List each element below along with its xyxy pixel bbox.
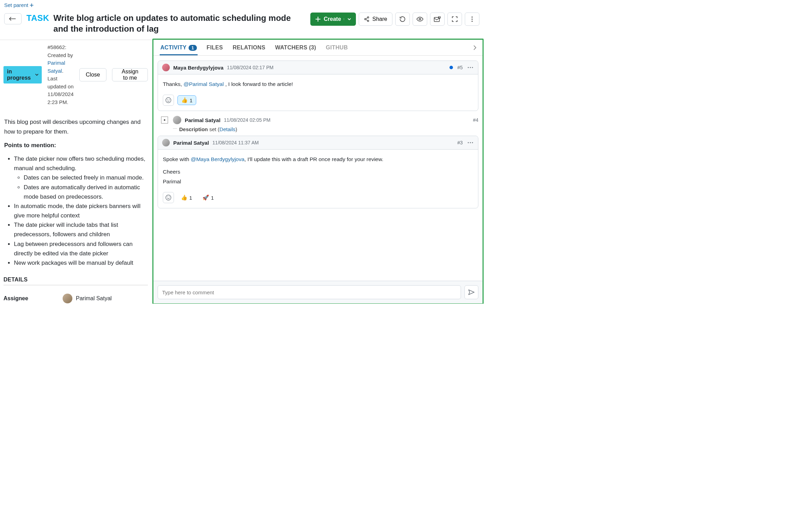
svg-point-7 xyxy=(471,18,472,19)
change-icon xyxy=(161,117,168,123)
svg-point-10 xyxy=(470,67,471,68)
envelope-notify-icon xyxy=(434,16,441,22)
list-item: Lag between predecessors and followers c… xyxy=(14,239,147,258)
send-icon xyxy=(468,289,475,295)
chevron-down-icon xyxy=(348,18,351,20)
smile-icon xyxy=(165,97,172,103)
svg-point-13 xyxy=(167,99,168,100)
tabs-scroll-right[interactable] xyxy=(473,45,476,50)
history-button[interactable] xyxy=(395,13,410,26)
work-package-meta: #58662: Created by Parimal Satyal. Last … xyxy=(47,43,73,106)
notifications-button[interactable] xyxy=(430,13,445,26)
comment-ref[interactable]: #5 xyxy=(457,65,463,70)
tab-files[interactable]: FILES xyxy=(206,40,224,55)
share-label: Share xyxy=(372,16,387,22)
tab-watchers[interactable]: WATCHERS (3) xyxy=(274,40,317,55)
change-author[interactable]: Parimal Satyal xyxy=(185,117,221,123)
svg-point-17 xyxy=(472,142,473,143)
comment-ref[interactable]: #3 xyxy=(457,140,463,145)
chevron-right-icon xyxy=(473,45,476,50)
fullscreen-button[interactable] xyxy=(447,13,462,26)
svg-point-16 xyxy=(470,142,471,143)
comment-timestamp: 11/08/2024 11:37 AM xyxy=(213,140,259,145)
add-reaction-button[interactable] xyxy=(163,192,174,203)
details-header: DETAILS xyxy=(3,268,148,285)
svg-point-14 xyxy=(169,99,170,100)
avatar xyxy=(173,116,181,124)
comment-menu[interactable] xyxy=(467,141,474,144)
back-arrow-icon xyxy=(9,17,17,21)
activity-comment: Parimal Satyal 11/08/2024 11:37 AM #3 Sp… xyxy=(158,136,478,208)
comment-input[interactable] xyxy=(158,285,461,299)
activity-change: Parimal Satyal 11/08/2024 02:05 PM #4 De… xyxy=(158,114,478,136)
mention-link[interactable]: @Maya Berdygylyjova xyxy=(191,156,244,162)
more-button[interactable] xyxy=(465,13,479,26)
watch-button[interactable] xyxy=(413,13,427,26)
list-item: Dates can be selected freely in manual m… xyxy=(24,173,147,182)
svg-point-11 xyxy=(472,67,473,68)
reaction-rocket[interactable]: 🚀 1 xyxy=(199,193,217,202)
set-parent-label: Set parent xyxy=(4,2,28,8)
comment-author[interactable]: Maya Berdygylyjova xyxy=(173,65,223,71)
svg-point-6 xyxy=(471,16,472,17)
unread-indicator xyxy=(449,66,453,69)
avatar xyxy=(162,64,170,71)
activity-tabs: ACTIVITY 1 FILES RELATIONS WATCHERS (3) … xyxy=(153,40,483,56)
back-button[interactable] xyxy=(4,13,22,24)
svg-point-15 xyxy=(468,142,469,143)
description-intro: This blog post will describes upcoming c… xyxy=(4,117,147,136)
status-dropdown[interactable]: in progress xyxy=(3,66,42,83)
reaction-thumbs-up[interactable]: 👍 1 xyxy=(177,193,196,202)
status-label: in progress xyxy=(7,69,32,81)
comment-timestamp: 11/08/2024 02:17 PM xyxy=(227,65,273,70)
list-item: In automatic mode, the date pickers bann… xyxy=(14,201,147,220)
create-button[interactable]: Create xyxy=(310,13,356,26)
list-item: Dates are automatically derived in autom… xyxy=(24,183,147,201)
svg-point-9 xyxy=(468,67,469,68)
svg-point-1 xyxy=(367,17,369,18)
chevron-down-icon xyxy=(35,73,39,76)
svg-point-20 xyxy=(169,197,170,197)
list-item: New work packages will be manual by defa… xyxy=(14,258,147,268)
share-button[interactable]: Share xyxy=(359,13,392,26)
assign-to-me-button[interactable]: Assign to me xyxy=(112,68,148,81)
kebab-icon xyxy=(471,16,473,22)
svg-point-18 xyxy=(166,195,171,200)
smile-icon xyxy=(165,194,172,201)
comment-author[interactable]: Parimal Satyal xyxy=(173,140,209,146)
points-header: Points to mention: xyxy=(4,141,147,150)
details-link[interactable]: Details xyxy=(220,126,236,132)
send-comment-button[interactable] xyxy=(464,285,478,299)
reaction-thumbs-up[interactable]: 👍 1 xyxy=(177,95,196,105)
set-parent-link[interactable]: Set parent xyxy=(4,2,34,8)
expand-icon xyxy=(452,16,457,22)
svg-point-0 xyxy=(365,18,366,20)
history-icon xyxy=(399,16,406,23)
change-timestamp: 11/08/2024 02:05 PM xyxy=(224,117,271,123)
list-item: The date picker will include tabs that l… xyxy=(14,220,147,239)
tab-github[interactable]: GITHUB xyxy=(325,40,349,55)
comment-menu[interactable] xyxy=(467,66,474,69)
mention-link[interactable]: @Parimal Satyal xyxy=(183,81,224,87)
close-button[interactable]: Close xyxy=(79,68,107,81)
plus-icon xyxy=(30,3,34,7)
tab-activity[interactable]: ACTIVITY 1 xyxy=(160,40,198,55)
detail-assignee[interactable]: Assignee Parimal Satyal xyxy=(3,290,148,304)
svg-point-3 xyxy=(419,18,421,20)
change-ref[interactable]: #4 xyxy=(473,117,478,123)
tab-relations[interactable]: RELATIONS xyxy=(232,40,266,55)
add-reaction-button[interactable] xyxy=(163,95,174,106)
kebab-icon xyxy=(468,142,473,143)
plus-icon xyxy=(315,16,321,22)
task-type-badge: TASK xyxy=(26,13,49,23)
description[interactable]: This blog post will describes upcoming c… xyxy=(3,106,148,268)
avatar xyxy=(162,139,170,146)
create-label: Create xyxy=(324,16,341,22)
eye-icon xyxy=(416,17,423,22)
page-title[interactable]: Write blog article on updates to automat… xyxy=(54,13,306,34)
activity-unread-badge: 1 xyxy=(189,45,197,51)
svg-point-12 xyxy=(166,98,171,103)
activity-comment: Maya Berdygylyjova 11/08/2024 02:17 PM #… xyxy=(158,61,478,111)
share-icon xyxy=(364,16,369,22)
svg-point-19 xyxy=(167,197,168,197)
